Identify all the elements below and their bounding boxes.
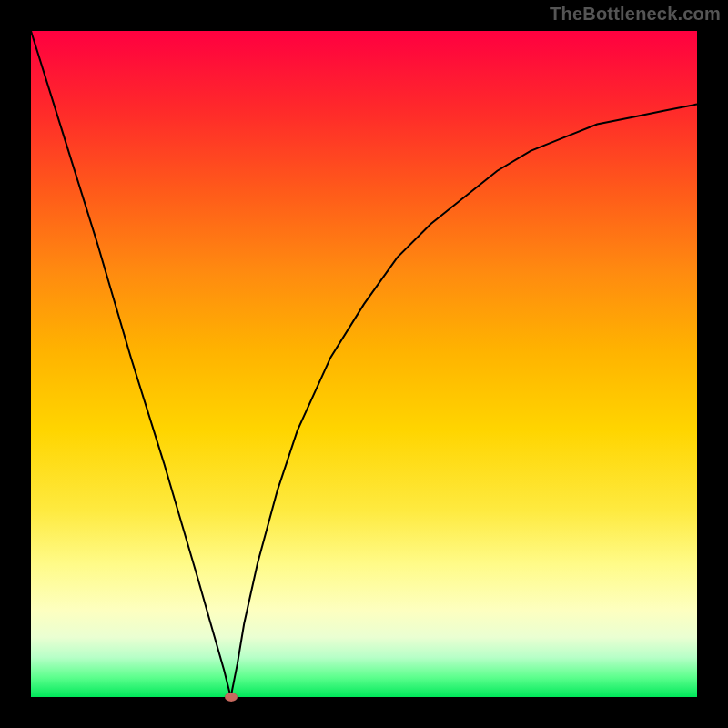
attribution-text: TheBottleneck.com	[550, 4, 721, 25]
plot-area	[31, 31, 697, 697]
chart-frame: TheBottleneck.com	[0, 0, 728, 728]
minimum-marker	[225, 693, 238, 702]
bottleneck-curve	[31, 31, 697, 697]
